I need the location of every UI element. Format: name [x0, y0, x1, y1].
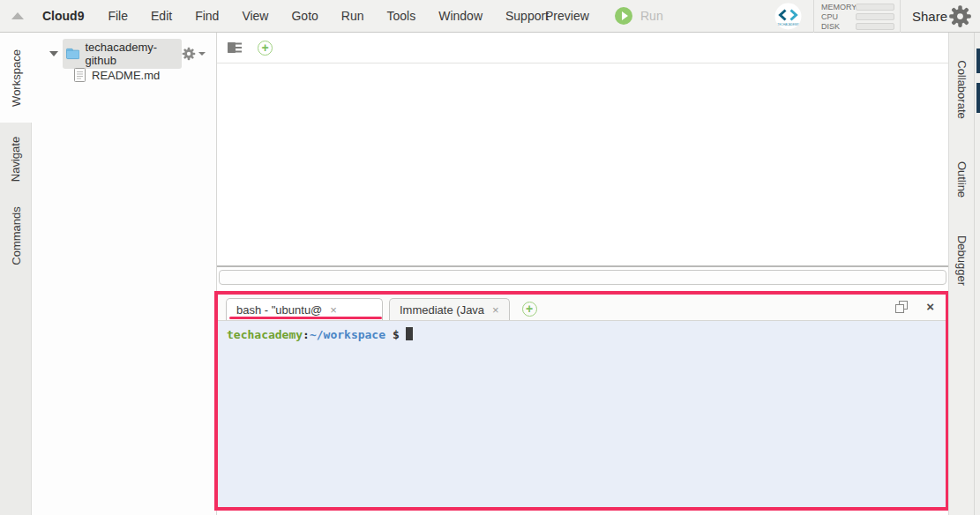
svg-text:TECHACADEMY: TECHACADEMY	[777, 23, 799, 26]
console-tabbar: bash - "ubuntu@ × Immediate (Java × + ×	[218, 295, 946, 321]
menu-find[interactable]: Find	[183, 1, 230, 31]
tab-list-icon[interactable]	[228, 42, 243, 54]
menu-goto[interactable]: Goto	[280, 1, 329, 31]
console-panel-highlight-box: bash - "ubuntu@ × Immediate (Java × + × …	[214, 291, 949, 511]
menu-window[interactable]: Window	[427, 1, 494, 31]
disk-gauge-bar	[856, 23, 894, 30]
menu-tools[interactable]: Tools	[376, 1, 428, 31]
menubar: Cloud9 File Edit Find View Goto Run Tool…	[0, 0, 980, 33]
terminal-cursor	[406, 327, 413, 340]
menu-file[interactable]: File	[96, 1, 139, 31]
collapse-menubar-icon[interactable]	[11, 12, 24, 19]
play-icon	[615, 7, 632, 25]
tree-settings-button[interactable]	[182, 47, 206, 61]
prompt-separator: :	[303, 328, 310, 341]
share-button[interactable]: Share	[905, 0, 954, 32]
sidebar-tab-navigate-label: Navigate	[10, 136, 23, 181]
editor-tabbar: +	[217, 33, 948, 63]
new-editor-tab-button[interactable]: +	[258, 41, 273, 56]
editor-console-splitter[interactable]	[219, 270, 946, 285]
memory-gauge-label: MEMORY	[821, 3, 856, 11]
tree-settings-caret-icon	[198, 52, 206, 56]
settings-gear-icon[interactable]	[948, 4, 972, 28]
console-tab-immediate-label: Immediate (Java	[400, 303, 484, 317]
terminal-output[interactable]: techacademy:~/workspace$	[218, 321, 946, 507]
workspace-file-tree: techacademy-github README.m	[33, 33, 217, 515]
run-button-label: Run	[640, 9, 663, 23]
sidebar-tab-collaborate-label: Collaborate	[955, 60, 969, 119]
folder-icon	[66, 48, 79, 60]
techacademy-logo-icon: TECHACADEMY	[774, 3, 802, 30]
sidebar-tab-debugger[interactable]: Debugger	[949, 220, 975, 301]
screen-edge-artifact	[976, 49, 980, 73]
console-tab-bash-close-icon[interactable]: ×	[330, 303, 337, 317]
console-tab-immediate[interactable]: Immediate (Java ×	[389, 298, 510, 320]
memory-gauge-bar	[856, 4, 894, 11]
resource-gauges: MEMORY CPU DISK	[813, 0, 901, 33]
menu-run[interactable]: Run	[330, 1, 376, 31]
menu-view[interactable]: View	[230, 1, 280, 31]
close-console-icon[interactable]: ×	[926, 301, 934, 313]
cpu-gauge-bar	[856, 13, 894, 20]
console-tab-immediate-close-icon[interactable]: ×	[492, 303, 499, 317]
brand-cloud9[interactable]: Cloud9	[42, 9, 84, 23]
tree-gear-icon	[182, 47, 196, 61]
maximize-console-icon[interactable]	[895, 301, 908, 313]
tree-row-file[interactable]: README.md	[33, 66, 216, 84]
folder-name: techacademy-github	[85, 41, 174, 67]
sidebar-tab-collaborate[interactable]: Collaborate	[949, 40, 975, 138]
sidebar-tab-commands[interactable]: Commands	[0, 195, 32, 276]
sidebar-tab-debugger-label: Debugger	[955, 235, 969, 285]
sidebar-tab-commands-label: Commands	[10, 206, 23, 265]
tree-row-folder[interactable]: techacademy-github	[33, 44, 216, 63]
sidebar-tab-navigate[interactable]: Navigate	[0, 123, 32, 195]
selected-folder[interactable]: techacademy-github	[63, 39, 182, 69]
new-console-tab-button[interactable]: +	[522, 302, 537, 317]
prompt-path: ~/workspace	[310, 328, 385, 341]
sidebar-tab-outline-label: Outline	[955, 160, 969, 197]
console-tab-bash-label: bash - "ubuntu@	[236, 303, 322, 317]
sidebar-tab-workspace[interactable]: Workspace	[0, 33, 33, 123]
cpu-gauge-label: CPU	[821, 12, 856, 21]
prompt-symbol: $	[393, 328, 400, 341]
left-sidebar-strip: Workspace Navigate Commands	[0, 33, 32, 515]
editor-content-empty[interactable]	[217, 63, 948, 267]
preview-button[interactable]: Preview	[533, 0, 602, 32]
sidebar-tab-workspace-label: Workspace	[10, 49, 23, 107]
sidebar-tab-outline[interactable]: Outline	[949, 147, 975, 211]
disk-gauge-label: DISK	[821, 22, 856, 31]
file-icon	[74, 68, 86, 82]
run-button[interactable]: Run	[615, 0, 663, 32]
prompt-user: techacademy	[227, 328, 303, 341]
right-sidebar-strip: Collaborate Outline Debugger	[948, 33, 980, 515]
menu-edit[interactable]: Edit	[139, 1, 183, 31]
bash-tab-underline-annotation	[229, 317, 382, 319]
folder-expand-caret-icon[interactable]	[49, 51, 58, 56]
screen-edge-artifact	[976, 83, 980, 113]
file-name: README.md	[92, 69, 160, 82]
